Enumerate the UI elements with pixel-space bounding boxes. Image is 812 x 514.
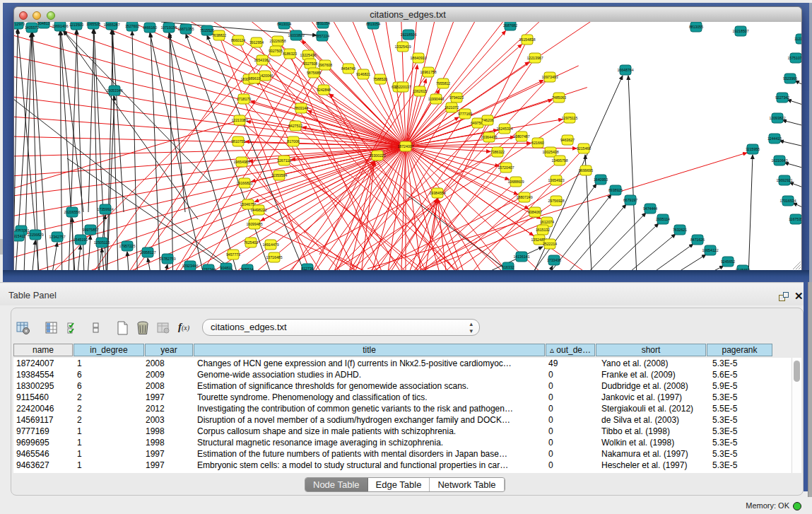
svg-text:1362615: 1362615: [413, 89, 427, 93]
svg-text:9384067: 9384067: [528, 210, 542, 214]
svg-text:9215460: 9215460: [577, 146, 591, 151]
svg-text:10688609: 10688609: [507, 180, 524, 184]
svg-text:23226058: 23226058: [269, 39, 286, 43]
svg-text:20691406: 20691406: [52, 24, 68, 28]
svg-text:8813055: 8813055: [689, 25, 703, 29]
svg-text:8831054: 8831054: [316, 22, 330, 25]
svg-text:20053346: 20053346: [106, 88, 122, 93]
svg-text:9457771: 9457771: [226, 252, 240, 257]
svg-text:9242848: 9242848: [317, 88, 331, 92]
svg-text:12093822: 12093822: [769, 116, 785, 120]
svg-text:12923446: 12923446: [182, 264, 198, 268]
svg-text:9146821: 9146821: [356, 72, 370, 76]
svg-text:746206: 746206: [481, 118, 493, 122]
svg-text:7485063: 7485063: [552, 95, 566, 100]
svg-text:15720407: 15720407: [498, 165, 514, 170]
svg-text:10807487: 10807487: [513, 134, 529, 139]
svg-text:9227342: 9227342: [775, 95, 789, 100]
svg-text:29756928: 29756928: [548, 199, 564, 203]
svg-text:9463627: 9463627: [560, 138, 575, 142]
svg-text:989619: 989619: [248, 76, 260, 81]
svg-text:9245652: 9245652: [721, 259, 735, 264]
svg-text:8471626: 8471626: [690, 238, 705, 242]
svg-text:10719155: 10719155: [160, 25, 177, 30]
svg-text:12156829: 12156829: [27, 233, 43, 237]
svg-text:10655287: 10655287: [103, 23, 119, 27]
svg-text:6679197: 6679197: [623, 198, 637, 202]
svg-text:12975115: 12975115: [562, 116, 578, 120]
svg-text:9327508: 9327508: [303, 62, 317, 66]
svg-text:16671355: 16671355: [177, 27, 194, 31]
svg-text:3215955: 3215955: [746, 147, 760, 151]
svg-text:13225436: 13225436: [300, 53, 316, 57]
svg-text:16033809: 16033809: [288, 33, 304, 37]
svg-text:16961758: 16961758: [420, 70, 436, 74]
svg-text:14136141: 14136141: [513, 255, 529, 259]
svg-text:7632621: 7632621: [673, 228, 687, 232]
svg-text:17359924: 17359924: [97, 207, 113, 211]
svg-text:2935114: 2935114: [656, 217, 670, 221]
svg-text:11990443: 11990443: [428, 97, 445, 101]
svg-text:16782759: 16782759: [159, 257, 175, 261]
svg-text:13654923: 13654923: [548, 178, 564, 182]
svg-text:3912954: 3912954: [249, 40, 264, 45]
svg-text:9794023: 9794023: [449, 95, 464, 100]
svg-text:10654122: 10654122: [702, 248, 718, 252]
svg-text:1612074: 1612074: [540, 220, 554, 224]
svg-text:904811: 904811: [220, 266, 233, 270]
svg-text:1733436: 1733436: [547, 258, 561, 262]
svg-text:3915411: 3915411: [14, 234, 25, 238]
svg-text:9327505: 9327505: [269, 49, 283, 53]
svg-text:9699695: 9699695: [579, 168, 593, 173]
svg-text:6466160: 6466160: [143, 25, 157, 30]
svg-text:15220137: 15220137: [394, 85, 411, 89]
svg-text:14914479: 14914479: [262, 243, 278, 247]
svg-text:16154838: 16154838: [519, 37, 535, 42]
svg-text:904813: 904813: [37, 22, 49, 25]
svg-text:16099485: 16099485: [246, 222, 262, 226]
svg-text:8813054: 8813054: [366, 22, 380, 26]
svg-text:5875685: 5875685: [307, 71, 321, 75]
svg-text:16245314: 16245314: [496, 127, 512, 131]
svg-text:2522214: 2522214: [543, 242, 557, 246]
svg-text:7515526: 7515526: [200, 28, 214, 33]
svg-text:99975857: 99975857: [82, 228, 98, 232]
svg-text:7955812: 7955812: [436, 81, 450, 86]
svg-text:19654985: 19654985: [233, 160, 249, 164]
svg-text:10958127: 10958127: [139, 250, 155, 255]
svg-text:15692921: 15692921: [776, 178, 792, 182]
svg-text:9323966: 9323966: [783, 76, 797, 81]
svg-text:8938925: 8938925: [608, 188, 623, 192]
svg-text:12342757: 12342757: [49, 235, 65, 239]
svg-text:2967608: 2967608: [318, 63, 332, 67]
svg-text:1405571: 1405571: [25, 25, 39, 30]
svg-text:7386322: 7386322: [490, 150, 505, 154]
svg-text:1121814: 1121814: [794, 37, 801, 41]
svg-text:12505115: 12505115: [94, 240, 110, 245]
svg-text:2718179: 2718179: [237, 97, 251, 101]
svg-text:19218507: 19218507: [732, 29, 748, 33]
svg-text:17016534: 17016534: [779, 199, 796, 203]
svg-text:16543362: 16543362: [254, 58, 270, 62]
svg-text:7625402: 7625402: [244, 240, 258, 245]
svg-text:8413014: 8413014: [277, 22, 291, 26]
svg-text:11353594: 11353594: [271, 173, 288, 177]
svg-text:18724007: 18724007: [397, 144, 413, 148]
svg-text:9474444: 9474444: [643, 206, 657, 211]
svg-text:7857224: 7857224: [315, 34, 329, 38]
svg-text:1640953: 1640953: [594, 177, 608, 182]
svg-text:20364436: 20364436: [481, 135, 497, 139]
svg-text:18640910: 18640910: [410, 56, 426, 60]
svg-text:1527602: 1527602: [125, 24, 139, 28]
svg-text:8186323: 8186323: [283, 52, 297, 56]
svg-text:12213967: 12213967: [526, 56, 543, 60]
svg-text:616332: 616332: [502, 265, 514, 269]
svg-text:15751074: 15751074: [787, 56, 801, 60]
svg-text:7638822: 7638822: [212, 33, 226, 37]
svg-text:8660124: 8660124: [231, 38, 245, 42]
svg-text:9427512: 9427512: [288, 124, 302, 128]
svg-text:13495798: 13495798: [551, 158, 567, 163]
svg-text:13325419: 13325419: [394, 45, 411, 49]
svg-text:1545193: 1545193: [73, 238, 88, 242]
svg-text:817006: 817006: [287, 139, 299, 144]
